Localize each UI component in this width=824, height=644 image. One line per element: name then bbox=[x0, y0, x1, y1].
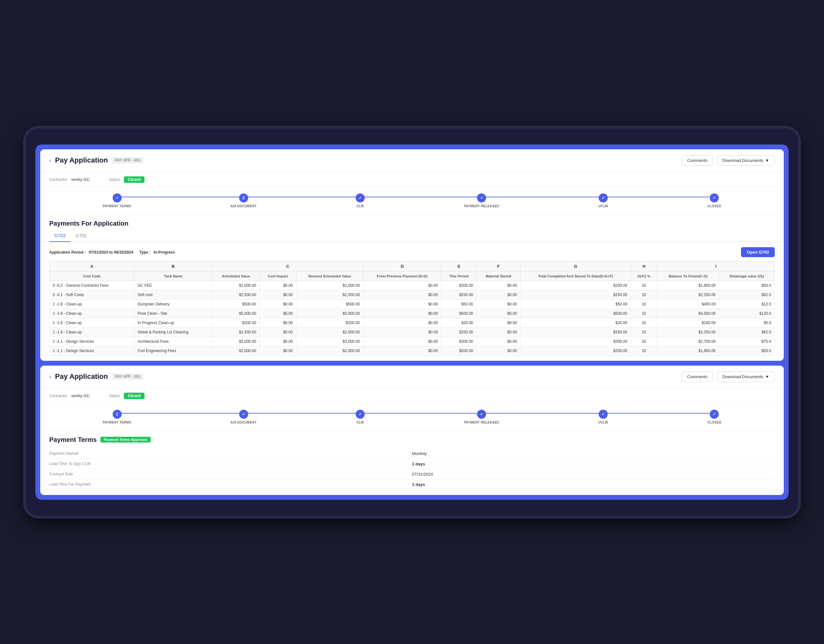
cell-material: $0.00 bbox=[477, 309, 521, 318]
cell-cost-impact: $0.00 bbox=[260, 327, 296, 337]
cell-cost-code: 1 -1.8 - Clean-up bbox=[49, 309, 134, 318]
step2-uclw: ✓ UCLW bbox=[598, 410, 608, 424]
table-row: 1 -1.1 - Design Services Civil Engineeri… bbox=[49, 346, 775, 355]
header-right: Comments Download Documents ▼ bbox=[682, 155, 775, 166]
cell-revised: $5,000.00 bbox=[296, 309, 363, 318]
contractor-label: Contractor bbox=[49, 177, 67, 182]
step2-label-aia-document: AIA DOCUMENT bbox=[231, 421, 257, 424]
cell-prev-payment: $0.00 bbox=[363, 327, 441, 337]
pay-app-badge-2: PAY APP - 001 bbox=[112, 373, 143, 380]
back-arrow-icon[interactable]: ‹ bbox=[49, 157, 51, 164]
step2-clw: ✓ CLW bbox=[356, 410, 365, 424]
payment-terms-approved-badge: Payment Terms Approved bbox=[100, 437, 150, 443]
table-area: Application Period : 07/31/2024 to 08/15… bbox=[40, 242, 784, 361]
contractor-label-2: Contractor bbox=[49, 393, 67, 398]
subheader-material-stored: Material Stored bbox=[477, 271, 521, 281]
payment-terms-title: Payment Terms Payment Terms Approved bbox=[49, 436, 775, 444]
back-arrow-icon-2[interactable]: ‹ bbox=[49, 373, 51, 380]
cell-cost-impact: $0.00 bbox=[260, 318, 296, 327]
step-label-closed: CLOSED bbox=[707, 204, 721, 208]
status-label: Status bbox=[109, 177, 120, 182]
cell-material: $0.00 bbox=[477, 327, 521, 337]
step-circle-closed: ✓ bbox=[710, 194, 719, 203]
cell-cost-impact: $0.00 bbox=[260, 337, 296, 346]
tab-g702[interactable]: G702 bbox=[71, 230, 92, 242]
step-circle-payment-terms: ✓ bbox=[113, 194, 121, 203]
app-period-label: Application Period : 07/31/2024 to 08/15… bbox=[49, 250, 175, 255]
cell-revised: $2,000.00 bbox=[296, 346, 363, 355]
tab-g703[interactable]: G703 bbox=[49, 230, 71, 242]
step2-payment-released: ✓ PAYMENT RELEASED bbox=[464, 410, 499, 424]
step2-payment-terms: 1 PAYMENT TERMS bbox=[103, 410, 131, 424]
col-header-d: D bbox=[363, 261, 441, 271]
chevron-down-icon: ▼ bbox=[765, 158, 769, 163]
cell-pct: 10 bbox=[630, 290, 657, 299]
cell-pct: 10 bbox=[630, 318, 657, 327]
cell-pct: 10 bbox=[630, 327, 657, 337]
cell-task-name: Civil Engineering Fees bbox=[134, 346, 212, 355]
payment-terms-heading: Payment Terms bbox=[49, 436, 97, 444]
step2-circle-aia-document: ✓ bbox=[239, 410, 248, 419]
step-label-payment-terms: PAYMENT TERMS bbox=[103, 204, 131, 208]
panel-2: ‹ Pay Application PAY APP - 001 Comments… bbox=[40, 366, 784, 495]
contractor-field-2: Contractor venky GC bbox=[49, 393, 90, 398]
download-documents-button[interactable]: Download Documents ▼ bbox=[717, 155, 775, 166]
col-header-a: A bbox=[49, 261, 134, 271]
subheader-revised-scheduled: Revised Scheduled Value bbox=[296, 271, 363, 281]
open-g703-button[interactable]: Open G703 bbox=[741, 247, 775, 257]
cell-cost-code: 1 -1.1 - Design Services bbox=[49, 346, 134, 355]
cell-total: $50.00 bbox=[521, 299, 631, 309]
subheader-from-previous: From Previous Payment (D+E) bbox=[363, 271, 441, 281]
tabs-row: G703 G702 bbox=[40, 230, 784, 242]
comments-button-2[interactable]: Comments bbox=[682, 371, 713, 382]
step-aia-document: 2 AIA DOCUMENT bbox=[231, 194, 257, 208]
comments-button[interactable]: Comments bbox=[682, 155, 713, 166]
table-row: 1 -1.8 - Clean-up Dumpster Delivery $500… bbox=[49, 299, 775, 309]
table-row: 0 -0.1 - Soft Costs Soft cost $2,500.00 … bbox=[49, 290, 775, 299]
cell-cost-impact: $0.00 bbox=[260, 290, 296, 299]
download-documents-button-2[interactable]: Download Documents ▼ bbox=[717, 371, 775, 382]
step-clw: ✓ CLW bbox=[356, 194, 365, 208]
cell-balance: $1,800.00 bbox=[657, 281, 719, 290]
cell-prev-payment: $0.00 bbox=[363, 318, 441, 327]
cell-scheduled: $2,000.00 bbox=[212, 346, 260, 355]
cell-prev-payment: $0.00 bbox=[363, 309, 441, 318]
cell-this-period: $500.00 bbox=[441, 309, 477, 318]
step2-aia-document: ✓ AIA DOCUMENT bbox=[231, 410, 257, 424]
download-label: Download Documents bbox=[722, 158, 763, 163]
cell-material: $0.00 bbox=[477, 299, 521, 309]
step-closed: ✓ CLOSED bbox=[707, 194, 721, 208]
cell-cost-code: 1 -1.1 - Design Services bbox=[49, 337, 134, 346]
cell-material: $0.00 bbox=[477, 281, 521, 290]
page-title: Pay Application bbox=[55, 156, 108, 164]
step2-circle-closed: ✓ bbox=[710, 410, 719, 419]
steps-row-2: 1 PAYMENT TERMS ✓ AIA DOCUMENT ✓ CLW ✓ P… bbox=[40, 403, 784, 431]
status-field: Status Closed bbox=[109, 176, 145, 182]
page-title-2: Pay Application bbox=[55, 372, 108, 381]
cell-this-period: $200.00 bbox=[441, 346, 477, 355]
cell-total: $300.00 bbox=[521, 337, 631, 346]
panel-1-header: ‹ Pay Application PAY APP - 001 Comments… bbox=[40, 149, 784, 172]
subheader-retainage: Retainage value (25) bbox=[719, 271, 775, 281]
header2-left: ‹ Pay Application PAY APP - 001 bbox=[49, 372, 143, 381]
cell-revised: $2,000.00 bbox=[296, 281, 363, 290]
cell-retainage: $50.0 bbox=[719, 281, 775, 290]
cell-pct: 10 bbox=[630, 337, 657, 346]
cell-retainage: $62.5 bbox=[719, 290, 775, 299]
step-label-aia-document: AIA DOCUMENT bbox=[231, 204, 257, 208]
tablet-screen: ‹ Pay Application PAY APP - 001 Comments… bbox=[35, 144, 789, 500]
terms-label: Lead Time For Payment bbox=[49, 480, 412, 490]
terms-value: 1 days bbox=[412, 459, 775, 469]
cell-balance: $2,250.00 bbox=[657, 327, 719, 337]
cell-retainage: $125.0 bbox=[719, 309, 775, 318]
step2-label-payment-terms: PAYMENT TERMS bbox=[103, 421, 131, 424]
table-row: 1 -1.8 - Clean-up Final Clean - Site $5,… bbox=[49, 309, 775, 318]
cell-balance: $1,800.00 bbox=[657, 346, 719, 355]
step-circle-clw: ✓ bbox=[356, 194, 365, 203]
subheader-total-completed: Total Completed And Stored To Date(D+E+F… bbox=[521, 271, 631, 281]
cell-balance: $2,700.00 bbox=[657, 337, 719, 346]
cell-this-period: $300.00 bbox=[441, 337, 477, 346]
subheader-this-period: This Period bbox=[441, 271, 477, 281]
panel-1: ‹ Pay Application PAY APP - 001 Comments… bbox=[40, 149, 784, 361]
cell-scheduled: $3,000.00 bbox=[212, 337, 260, 346]
